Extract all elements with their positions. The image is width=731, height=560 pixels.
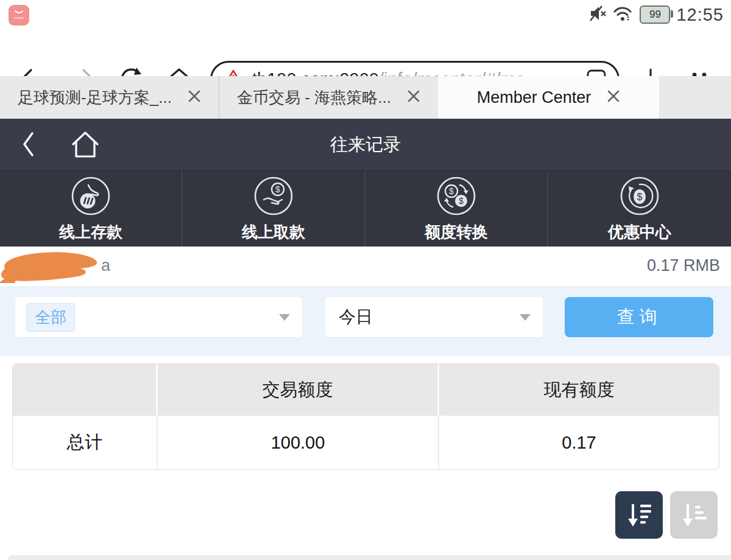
sort-descending-button[interactable] [615, 491, 663, 539]
page-header: 往来记录 [0, 119, 731, 170]
tab-label: 足球预测-足球方案_... [18, 87, 172, 108]
table-header-row: 交易额度 现有额度 [13, 364, 719, 416]
nav-online-deposit[interactable]: 线上存款 [0, 171, 183, 247]
tab-label: Member Center [477, 88, 592, 107]
svg-text:$: $ [449, 186, 454, 196]
query-button[interactable]: 查询 [565, 297, 713, 337]
tab-label: 金币交易 - 海燕策略... [237, 87, 391, 108]
status-bar: HUAWEI [0, 0, 731, 29]
wifi-icon [613, 4, 634, 25]
sort-ascending-icon [680, 501, 708, 529]
account-balance: 0.17 RMB [647, 256, 720, 275]
deposit-icon [70, 175, 111, 219]
battery-icon: 99 [640, 5, 670, 24]
type-filter-value: 全部 [26, 303, 75, 332]
svg-text:$: $ [637, 192, 643, 202]
next-card-edge [8, 555, 731, 560]
date-filter-select[interactable]: 今日 [325, 297, 543, 337]
nav-promo-center[interactable]: $ 优惠中心 [548, 171, 731, 247]
tab-member-center[interactable]: Member Center [438, 76, 659, 119]
nav-quota-transfer[interactable]: $ $ 额度转换 [366, 171, 548, 247]
row-label: 总计 [13, 416, 158, 469]
summary-table: 交易额度 现有额度 总计 100.00 0.17 [12, 363, 719, 470]
browser-window: HUAWEI [0, 0, 731, 560]
header-current-amount: 现有额度 [439, 364, 719, 416]
quick-nav: 线上存款 $ 线上取款 $ $ [0, 170, 731, 247]
sort-ascending-button[interactable] [670, 491, 718, 539]
date-filter-value: 今日 [339, 306, 373, 329]
mute-icon [588, 4, 607, 25]
nav-label: 线上存款 [59, 222, 122, 243]
close-icon[interactable] [188, 89, 201, 105]
nav-label: 优惠中心 [608, 222, 671, 243]
row-trade-amount: 100.00 [158, 416, 439, 469]
row-current-amount: 0.17 [439, 416, 719, 469]
browser-toolbar: tb190.com:9900/infe/mcenter/#/mo [0, 29, 731, 76]
battery-percent: 99 [649, 9, 661, 21]
chevron-down-icon [279, 314, 290, 321]
tab-coin-trade[interactable]: 金币交易 - 海燕策略... [219, 76, 438, 119]
type-filter-select[interactable]: 全部 [15, 297, 302, 337]
filter-bar: 全部 今日 查询 [0, 286, 731, 356]
nav-label: 额度转换 [425, 222, 488, 243]
header-trade-amount: 交易额度 [158, 364, 439, 416]
svg-text:HUAWEI: HUAWEI [13, 16, 24, 19]
table-row: 总计 100.00 0.17 [13, 416, 719, 469]
scribble-mask [0, 248, 113, 289]
account-row: a 0.17 RMB [0, 247, 731, 286]
close-icon[interactable] [607, 89, 620, 105]
svg-text:$: $ [459, 196, 464, 206]
close-icon[interactable] [407, 89, 420, 105]
clock: 12:55 [676, 5, 724, 25]
transfer-icon: $ $ [436, 175, 477, 219]
chevron-down-icon [520, 314, 531, 321]
withdraw-icon: $ [253, 175, 294, 219]
svg-text:$: $ [275, 184, 280, 194]
page-title: 往来记录 [0, 119, 731, 170]
nav-online-withdraw[interactable]: $ 线上取款 [183, 171, 366, 247]
header-empty [13, 364, 158, 416]
sort-descending-icon [625, 501, 653, 529]
nav-label: 线上取款 [242, 222, 305, 243]
promo-icon: $ [619, 175, 660, 219]
tab-football[interactable]: 足球预测-足球方案_... [0, 76, 219, 119]
tab-strip: 足球预测-足球方案_... 金币交易 - 海燕策略... Member Cent… [0, 76, 731, 119]
appgallery-icon: HUAWEI [9, 5, 29, 26]
